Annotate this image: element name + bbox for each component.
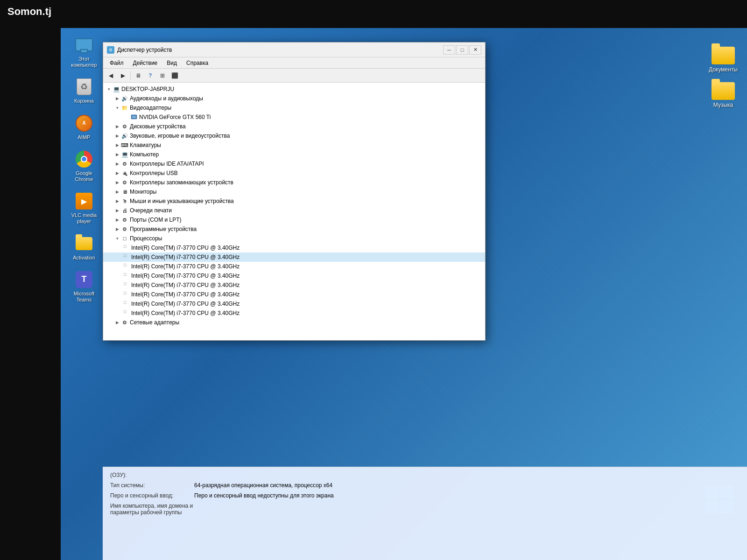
cpu6-expand: □ bbox=[124, 291, 131, 298]
menu-view[interactable]: Вид bbox=[163, 59, 181, 67]
expand-processors-icon[interactable]: ▾ bbox=[113, 235, 121, 242]
tree-item-cpu4[interactable]: □ Intel(R) Core(TM) i7-3770 CPU @ 3.40GH… bbox=[103, 271, 485, 280]
desktop-icon-recycle[interactable]: ♻ Корзина bbox=[65, 75, 103, 107]
tree-item-computer[interactable]: ▶ Компьютер bbox=[103, 150, 485, 159]
tree-item-cpu2[interactable]: □ Intel(R) Core(TM) i7-3770 CPU @ 3.40GH… bbox=[103, 252, 485, 262]
svg-rect-1 bbox=[132, 116, 136, 118]
tree-item-usb[interactable]: ▶ Контроллеры USB bbox=[103, 168, 485, 178]
maximize-button[interactable]: □ bbox=[456, 45, 468, 55]
help-button[interactable]: ? bbox=[145, 70, 156, 81]
cpu4-label: Intel(R) Core(TM) i7-3770 CPU @ 3.40GHz bbox=[131, 273, 240, 279]
tree-item-cpu7[interactable]: □ Intel(R) Core(TM) i7-3770 CPU @ 3.40GH… bbox=[103, 299, 485, 308]
tree-item-cpu8[interactable]: □ Intel(R) Core(TM) i7-3770 CPU @ 3.40GH… bbox=[103, 308, 485, 318]
close-button[interactable]: ✕ bbox=[469, 45, 481, 55]
tree-item-cpu1[interactable]: □ Intel(R) Core(TM) i7-3770 CPU @ 3.40GH… bbox=[103, 243, 485, 252]
info-row-pen: Перо и сенсорный ввод: Перо и сенсорный … bbox=[110, 492, 740, 499]
expand-ports-icon[interactable]: ▶ bbox=[113, 216, 121, 224]
expand-network-icon[interactable]: ▶ bbox=[113, 319, 121, 326]
disk-tree-icon bbox=[121, 123, 128, 130]
usb-tree-icon bbox=[121, 169, 128, 177]
vlc-icon: ▶ bbox=[75, 192, 93, 210]
title-bar[interactable]: ⚙ Диспетчер устройств ─ □ ✕ bbox=[103, 42, 485, 57]
back-button[interactable]: ◀ bbox=[105, 70, 116, 81]
tree-item-nvidia[interactable]: NVIDIA GeForce GTX 560 Ti bbox=[103, 112, 485, 122]
mice-tree-icon bbox=[121, 197, 128, 205]
expand-ide-icon[interactable]: ▶ bbox=[113, 160, 121, 168]
expand-keyboard-icon[interactable]: ▶ bbox=[113, 141, 121, 149]
teams-label: Microsoft Teams bbox=[68, 291, 100, 303]
cpu7-label: Intel(R) Core(TM) i7-3770 CPU @ 3.40GHz bbox=[131, 301, 240, 307]
expand-usb-icon[interactable]: ▶ bbox=[113, 169, 121, 177]
tree-item-keyboard[interactable]: ▶ Клавиатуры bbox=[103, 140, 485, 150]
desktop-icon-teams[interactable]: T Microsoft Teams bbox=[65, 267, 103, 306]
tree-item-disk[interactable]: ▶ Дисковые устройства bbox=[103, 122, 485, 131]
forward-button[interactable]: ▶ bbox=[117, 70, 128, 81]
expand-software-icon[interactable]: ▶ bbox=[113, 225, 121, 233]
pen-value: Перо и сенсорный ввод недоступны для это… bbox=[194, 492, 334, 499]
tree-item-ports[interactable]: ▶ Порты (COM и LPT) bbox=[103, 215, 485, 224]
cpu2-label: Intel(R) Core(TM) i7-3770 CPU @ 3.40GHz bbox=[131, 254, 240, 260]
mice-label: Мыши и иные указывающие устройства bbox=[130, 198, 234, 204]
info-row-system-type: Тип системы: 64-разрядная операционная с… bbox=[110, 482, 740, 489]
bottom-info-panel: (ОЗУ): Тип системы: 64-разрядная операци… bbox=[103, 467, 747, 560]
ram-label: (ОЗУ): bbox=[110, 472, 194, 478]
toolbar-separator bbox=[130, 71, 131, 80]
tree-item-mice[interactable]: ▶ Мыши и иные указывающие устройства bbox=[103, 196, 485, 206]
expand-computer-icon[interactable]: ▶ bbox=[113, 151, 121, 158]
content-area: ▾ DESKTOP-JA6PRJU ▶ Аудиовходы и аудиовы… bbox=[103, 83, 485, 340]
desktop-icons: Этот компьютер ♻ Корзина A AIMP bbox=[61, 28, 107, 306]
computer-name-info-label: Имя компьютера, имя домена и параметры р… bbox=[110, 503, 194, 516]
tree-item-sound[interactable]: ▶ Звуковые, игровые и видеоустройства bbox=[103, 131, 485, 140]
window-controls: ─ □ ✕ bbox=[443, 45, 481, 55]
cpu4-expand: □ bbox=[124, 272, 131, 280]
expand-video-icon[interactable]: ▾ bbox=[113, 104, 121, 112]
expand-sound-icon[interactable]: ▶ bbox=[113, 132, 121, 140]
menu-help[interactable]: Справка bbox=[183, 59, 212, 67]
chrome-label: Google Chrome bbox=[68, 170, 100, 182]
expand-monitors-icon[interactable]: ▶ bbox=[113, 188, 121, 196]
minimize-button[interactable]: ─ bbox=[443, 45, 455, 55]
menu-file[interactable]: Файл bbox=[106, 59, 127, 67]
tree-item-cpu3[interactable]: □ Intel(R) Core(TM) i7-3770 CPU @ 3.40GH… bbox=[103, 262, 485, 271]
tree-item-ide[interactable]: ▶ Контроллеры IDE ATA/ATAPI bbox=[103, 159, 485, 168]
menu-action[interactable]: Действие bbox=[129, 59, 162, 67]
recycle-bin-icon: ♻ bbox=[75, 77, 93, 96]
expand-storage-icon[interactable]: ▶ bbox=[113, 179, 121, 186]
tree-item-print[interactable]: ▶ Очереди печати bbox=[103, 206, 485, 215]
nvidia-tree-icon bbox=[130, 113, 138, 121]
audio-tree-icon bbox=[121, 95, 128, 102]
tree-item-software[interactable]: ▶ Программные устройства bbox=[103, 224, 485, 234]
tree-item-cpu6[interactable]: □ Intel(R) Core(TM) i7-3770 CPU @ 3.40GH… bbox=[103, 290, 485, 299]
desktop-icon-vlc[interactable]: ▶ VLC media player bbox=[65, 189, 103, 227]
ports-tree-icon bbox=[121, 216, 128, 224]
expand-print-icon[interactable]: ▶ bbox=[113, 207, 121, 214]
desktop-icon-aimp[interactable]: A AIMP bbox=[65, 111, 103, 143]
tree-item-root[interactable]: ▾ DESKTOP-JA6PRJU bbox=[103, 84, 485, 94]
music-label: Музыка bbox=[713, 102, 733, 108]
tree-item-video[interactable]: ▾ Видеоадаптеры bbox=[103, 103, 485, 112]
scan-button[interactable]: ⬛ bbox=[169, 70, 180, 81]
tree-item-storage[interactable]: ▶ Контроллеры запоминающих устройств bbox=[103, 178, 485, 187]
window-title: Диспетчер устройств bbox=[117, 47, 443, 53]
expand-mice-icon[interactable]: ▶ bbox=[113, 197, 121, 205]
activation-icon bbox=[75, 234, 93, 253]
desktop-icon-this-pc[interactable]: Этот компьютер bbox=[65, 33, 103, 71]
tree-item-audio[interactable]: ▶ Аудиовходы и аудиовыходы bbox=[103, 94, 485, 103]
expand-root-icon[interactable]: ▾ bbox=[105, 85, 113, 93]
right-icon-music[interactable]: Музыка bbox=[709, 82, 738, 108]
tree-item-cpu5[interactable]: □ Intel(R) Core(TM) i7-3770 CPU @ 3.40GH… bbox=[103, 280, 485, 290]
teams-icon: T bbox=[75, 270, 93, 289]
desktop-icon-activation[interactable]: Activation bbox=[65, 231, 103, 264]
monitors-tree-icon bbox=[121, 188, 128, 196]
tree-panel[interactable]: ▾ DESKTOP-JA6PRJU ▶ Аудиовходы и аудиовы… bbox=[103, 83, 485, 340]
tree-item-processors[interactable]: ▾ Процессоры bbox=[103, 234, 485, 243]
show-properties-button[interactable]: 🖥 bbox=[133, 70, 144, 81]
tree-item-monitors[interactable]: ▶ Мониторы bbox=[103, 187, 485, 196]
expand-button[interactable]: ⊞ bbox=[157, 70, 168, 81]
expand-disk-icon[interactable]: ▶ bbox=[113, 123, 121, 130]
right-icon-documents[interactable]: Документы bbox=[709, 47, 738, 73]
tree-item-network[interactable]: ▶ Сетевые адаптеры bbox=[103, 318, 485, 327]
somon-logo: Somon.tj bbox=[7, 6, 51, 18]
expand-audio-icon[interactable]: ▶ bbox=[113, 95, 121, 102]
desktop-icon-chrome[interactable]: Google Chrome bbox=[65, 147, 103, 185]
